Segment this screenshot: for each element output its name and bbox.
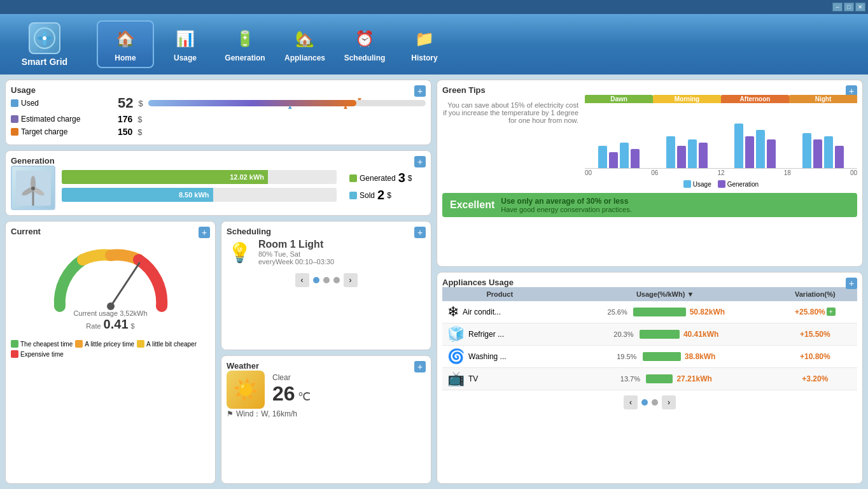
col-variation: Variation(%) [773,287,857,301]
dawn-bars [598,106,640,168]
gen-bar-row-1: 12.02 kWh [62,170,337,184]
carousel-next-button[interactable]: › [344,273,358,287]
weather-icon: ☀️ [227,371,265,409]
used-color-dot [11,99,18,107]
usage-title: Usage [11,85,36,95]
generation-panel: Generation + [5,150,431,216]
cheapest-dot [11,340,18,348]
usage-legend-dot [683,180,691,188]
legend-usage: Usage [683,180,711,188]
title-bar: – □ ✕ [0,0,868,14]
nav-scheduling[interactable]: ⏰ Scheduling [336,20,393,68]
usage-estimated-label: Estimated charge [11,115,113,124]
chart-x-labels: 00 06 12 18 00 [585,168,857,178]
afternoon-bars [734,106,776,168]
appliance-kwh-3: 27.21kWh [676,374,711,383]
appliance-bar-1 [640,330,680,339]
generation-labels: Generated 3 $ Sold 2 $ [343,171,426,205]
excellent-main: Use only an average of 30% or less [501,197,631,206]
nav-appliances[interactable]: 🏡 Appliances [276,20,333,68]
cell-variation-3: +3.20% [773,367,857,390]
afternoon-bar-usage-2 [756,130,765,168]
generation-title: Generation [11,156,55,166]
appliance-bar-0 [633,308,686,316]
generated-dot [349,174,357,182]
generation-legend-dot [718,180,725,188]
history-icon: 📁 [412,27,437,51]
appliance-pct-0: 25.6% [605,308,629,316]
usage-used-unit: $ [138,99,143,108]
carousel-prev-button[interactable]: ‹ [295,273,309,287]
chart-section-afternoon: Afternoon [721,95,789,168]
weather-content: ☀️ Clear 26 ℃ [227,371,426,409]
logo-text: Smart Grid [22,57,67,67]
nav: 🏠 Home 📊 Usage 🔋 Generation 🏡 Appliances… [95,20,862,68]
appliance-name-3: TV [468,374,478,383]
afternoon-bar-gen-2 [767,139,776,168]
scheduling-item: 💡 Room 1 Light 80% Tue, Sat everyWeek 00… [227,236,426,268]
legend-cheaper: A little bit cheaper [137,340,197,348]
nav-home[interactable]: 🏠 Home [97,20,154,68]
night-bars [802,106,844,168]
estimated-color-dot [11,115,18,123]
usage-used-label: Used [11,99,113,108]
chart-section-night: Night [789,95,857,168]
morning-bar-gen-2 [699,143,708,168]
appliances-plus-button[interactable]: + [846,278,857,289]
excellent-bar: Excellent Use only an average of 30% or … [442,193,857,217]
sold-label: Sold 2 $ [349,188,426,202]
cell-usage-2: 19.5% 38.8kWh [557,345,773,367]
variation-value-2: +10.80% [800,352,830,361]
usage-plus-button[interactable]: + [414,85,426,97]
usage-estimated-value: 176 [118,114,132,124]
svg-line-8 [111,263,139,306]
weather-plus-button[interactable]: + [414,361,426,372]
logo-area: Smart Grid [6,22,83,67]
cell-product-3: 📺 TV [442,367,557,390]
nav-generation[interactable]: 🔋 Generation [216,20,274,68]
appliances-dot-2 [652,399,658,406]
rate-row: Rate 0.41 $ [73,317,147,332]
scheduling-item-title: Room 1 Light [258,239,426,250]
weather-temperature: 26 [272,382,295,406]
legend-pricey: A little pricey time [75,340,134,348]
legend-expensive: Expensive time [11,350,64,358]
appliance-icon-0: ❄ [447,304,459,320]
appliances-dot-1 [641,399,648,406]
legend-generation: Generation [718,180,759,188]
minimize-button[interactable]: – [832,3,843,11]
scheduling-icon: ⏰ [353,27,377,51]
weather-unit: ℃ [298,390,311,404]
current-plus-button[interactable]: + [199,227,210,238]
morning-bars [666,106,708,168]
nav-usage[interactable]: 📊 Usage [157,20,214,68]
appliances-prev-button[interactable]: ‹ [624,395,638,409]
nav-history[interactable]: 📁 History [396,20,453,68]
usage-used-value: 52 [118,95,133,111]
current-legend: The cheapest time A little pricey time A… [11,340,210,358]
maximize-button[interactable]: □ [844,3,854,11]
appliance-bar-2 [643,352,681,361]
appliances-next-button[interactable]: › [662,395,676,409]
scheduling-plus-button[interactable]: + [414,227,426,238]
generation-plus-button[interactable]: + [414,156,426,167]
chart-legend: Usage Generation [585,180,857,188]
sort-icon[interactable]: ▼ [687,290,694,298]
carousel-dot-1 [313,277,319,283]
close-button[interactable]: ✕ [855,3,865,11]
variation-value-1: +15.50% [800,330,830,339]
weather-details: Clear 26 ℃ [272,373,311,406]
pricey-dot [75,340,83,348]
dawn-bar-usage-2 [620,143,629,168]
green-tips-panel: Green Tips + You can save about 15% of e… [437,80,863,267]
scheduling-sub1: 80% Tue, Sat [258,250,426,258]
gauge-text: Current usage 3,52kWh Rate 0.41 $ [73,309,147,332]
svg-point-1 [43,36,46,40]
weather-title: Weather [227,361,259,371]
plus-badge-0: + [827,308,836,316]
appliance-kwh-2: 38.8kWh [685,352,716,361]
expensive-dot [11,350,18,358]
morning-bar-gen-1 [677,146,686,168]
variation-value-3: +3.20% [802,374,828,383]
current-usage-label: Current usage 3,52kWh [73,309,147,317]
